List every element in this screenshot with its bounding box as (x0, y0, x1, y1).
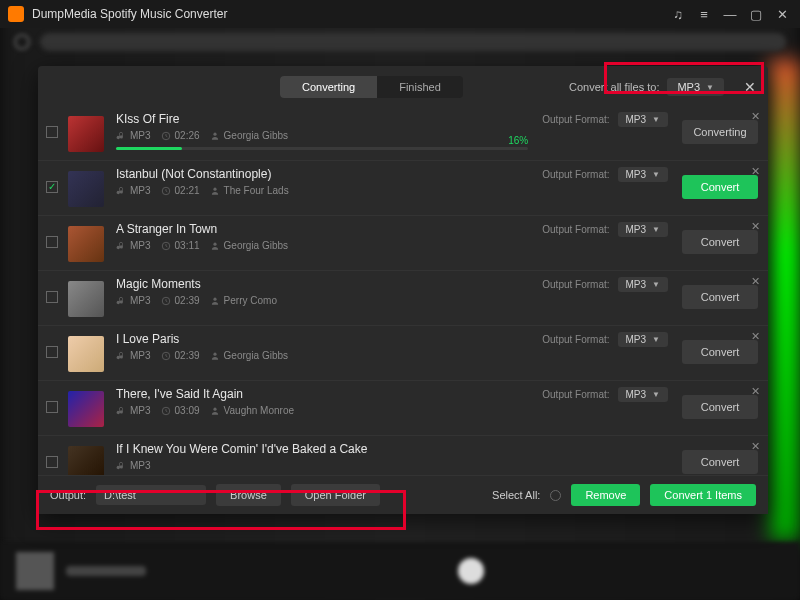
remove-button[interactable]: Remove (571, 484, 640, 506)
track-codec: MP3 (116, 185, 151, 196)
svg-point-7 (213, 297, 216, 300)
tab-finished[interactable]: Finished (377, 76, 463, 98)
chevron-down-icon: ▼ (652, 170, 660, 179)
svg-point-9 (213, 352, 216, 355)
track-remove-button[interactable]: ✕ (751, 165, 760, 178)
svg-point-5 (213, 242, 216, 245)
panel-footer: Output: Browse Open Folder Select All: R… (38, 475, 768, 514)
track-remove-button[interactable]: ✕ (751, 275, 760, 288)
track-codec: MP3 (116, 240, 151, 251)
album-art (68, 116, 104, 152)
output-format-select[interactable]: MP3▼ (618, 277, 668, 292)
track-action-button[interactable]: Convert (682, 395, 758, 419)
output-format-group: Output Format:MP3▼ (542, 387, 668, 402)
progress-bar: 16% (116, 147, 528, 150)
track-duration: 03:11 (161, 240, 200, 251)
track-checkbox[interactable] (46, 236, 58, 248)
track-codec: MP3 (116, 295, 151, 306)
track-row: If I Knew You Were Comin' I'd've Baked a… (38, 435, 768, 475)
panel-close-button[interactable]: ✕ (744, 79, 756, 95)
track-checkbox[interactable] (46, 401, 58, 413)
track-remove-button[interactable]: ✕ (751, 110, 760, 123)
chevron-down-icon: ▼ (652, 115, 660, 124)
track-duration: 03:09 (161, 405, 200, 416)
output-path-input[interactable] (96, 485, 206, 505)
menu-icon[interactable]: ≡ (694, 4, 714, 24)
album-art (68, 391, 104, 427)
track-action-button[interactable]: Convert (682, 450, 758, 474)
track-action-button[interactable]: Converting (682, 120, 758, 144)
output-format-select[interactable]: MP3▼ (618, 112, 668, 127)
chevron-down-icon: ▼ (652, 335, 660, 344)
track-checkbox[interactable] (46, 126, 58, 138)
album-art (68, 281, 104, 317)
track-duration: 02:21 (161, 185, 200, 196)
track-list: KIss Of FireMP302:26Georgia Gibbs16%Outp… (38, 106, 768, 475)
convert-all-format-select[interactable]: MP3 ▼ (667, 78, 724, 96)
music-icon[interactable]: ♫ (668, 4, 688, 24)
track-artist: Georgia Gibbs (210, 350, 288, 361)
track-remove-button[interactable]: ✕ (751, 440, 760, 453)
progress-percent: 16% (508, 135, 528, 146)
browse-button[interactable]: Browse (216, 484, 281, 506)
track-title: Magic Moments (116, 277, 528, 291)
track-title: A Stranger In Town (116, 222, 528, 236)
track-artist: Perry Como (210, 295, 277, 306)
track-action-button[interactable]: Convert (682, 340, 758, 364)
output-format-label: Output Format: (542, 114, 609, 125)
track-checkbox[interactable] (46, 456, 58, 468)
track-row: I Love ParisMP302:39Georgia GibbsOutput … (38, 325, 768, 380)
track-remove-button[interactable]: ✕ (751, 220, 760, 233)
track-codec: MP3 (116, 405, 151, 416)
track-codec: MP3 (116, 460, 151, 471)
convert-items-button[interactable]: Convert 1 Items (650, 484, 756, 506)
track-checkbox[interactable] (46, 291, 58, 303)
convert-all-group: Convert all files to: MP3 ▼ (569, 78, 724, 96)
track-codec: MP3 (116, 350, 151, 361)
album-art (68, 171, 104, 207)
close-icon[interactable]: ✕ (772, 4, 792, 24)
output-format-group: Output Format:MP3▼ (542, 222, 668, 237)
maximize-icon[interactable]: ▢ (746, 4, 766, 24)
output-format-group: Output Format:MP3▼ (542, 112, 668, 127)
convert-all-format-value: MP3 (677, 81, 700, 93)
select-all-label: Select All: (492, 489, 540, 501)
output-format-label: Output Format: (542, 389, 609, 400)
track-duration: 02:39 (161, 350, 200, 361)
track-checkbox[interactable] (46, 346, 58, 358)
titlebar: DumpMedia Spotify Music Converter ♫ ≡ — … (0, 0, 800, 28)
output-format-select[interactable]: MP3▼ (618, 387, 668, 402)
track-title: KIss Of Fire (116, 112, 528, 126)
track-title: Istanbul (Not Constantinople) (116, 167, 528, 181)
select-all-radio[interactable] (550, 490, 561, 501)
track-remove-button[interactable]: ✕ (751, 385, 760, 398)
chevron-down-icon: ▼ (652, 280, 660, 289)
track-action-button[interactable]: Convert (682, 175, 758, 199)
track-checkbox[interactable] (46, 181, 58, 193)
svg-point-11 (213, 407, 216, 410)
converter-panel: Converting Finished Convert all files to… (38, 66, 768, 514)
minimize-icon[interactable]: — (720, 4, 740, 24)
track-title: There, I've Said It Again (116, 387, 528, 401)
chevron-down-icon: ▼ (652, 390, 660, 399)
output-format-select[interactable]: MP3▼ (618, 222, 668, 237)
output-format-select[interactable]: MP3▼ (618, 167, 668, 182)
track-remove-button[interactable]: ✕ (751, 330, 760, 343)
output-format-select[interactable]: MP3▼ (618, 332, 668, 347)
track-duration: 02:26 (161, 130, 200, 141)
track-artist: Vaughn Monroe (210, 405, 294, 416)
chevron-down-icon: ▼ (706, 83, 714, 92)
open-folder-button[interactable]: Open Folder (291, 484, 380, 506)
app-title: DumpMedia Spotify Music Converter (32, 7, 227, 21)
output-format-label: Output Format: (542, 334, 609, 345)
album-art (68, 226, 104, 262)
track-artist: Georgia Gibbs (210, 240, 288, 251)
track-row: A Stranger In TownMP303:11Georgia GibbsO… (38, 215, 768, 270)
track-action-button[interactable]: Convert (682, 230, 758, 254)
convert-all-label: Convert all files to: (569, 81, 659, 93)
output-format-label: Output Format: (542, 169, 609, 180)
tab-converting[interactable]: Converting (280, 76, 377, 98)
track-artist: Georgia Gibbs (210, 130, 288, 141)
track-codec: MP3 (116, 130, 151, 141)
track-action-button[interactable]: Convert (682, 285, 758, 309)
